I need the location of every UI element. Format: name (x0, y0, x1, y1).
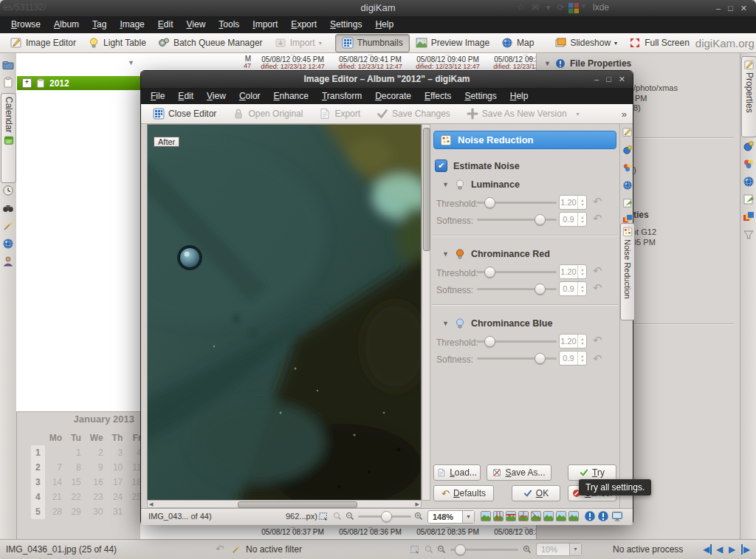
editor-zoom-in-icon[interactable] (414, 512, 423, 521)
reset-icon[interactable]: ↶ (593, 196, 602, 208)
editor-colors-tab-icon[interactable] (622, 162, 633, 173)
estimate-noise-row[interactable]: ✔ Estimate Noise (435, 160, 520, 172)
reset-filter-icon[interactable]: ↶ (216, 543, 224, 555)
menu-view[interactable]: View (180, 16, 213, 33)
expander-icon[interactable]: + (22, 78, 32, 88)
minimize-button[interactable]: – (716, 0, 721, 16)
editor-close-button[interactable]: ✕ (619, 71, 625, 88)
exposure-indicator-button[interactable] (543, 511, 554, 521)
ok-button[interactable]: OK (512, 485, 560, 501)
calendar-day[interactable]: 9 (86, 460, 108, 475)
preview-image-button[interactable]: Preview Image (410, 35, 495, 52)
editor-menu-view[interactable]: View (200, 88, 233, 104)
exposure-indicator-button[interactable] (493, 511, 504, 521)
load-button[interactable]: Load... (433, 464, 481, 481)
zoom-in-icon[interactable] (523, 545, 532, 554)
chrominance-blue-section-header[interactable]: ▼ Chrominance Blue (442, 318, 552, 329)
map-button[interactable]: Map (495, 35, 540, 52)
chrominance-red-softness-spinbox[interactable]: 0.9 ▴▾ (559, 281, 587, 296)
chrominance-blue-threshold-slider[interactable] (477, 335, 557, 347)
estimate-noise-checkbox[interactable]: ✔ (435, 160, 447, 172)
zoom-out-icon[interactable] (437, 545, 446, 554)
editor-restore-button[interactable]: □ (606, 71, 611, 88)
calendar-day[interactable]: 22 (66, 490, 86, 504)
exposure-indicator-button[interactable] (568, 511, 579, 521)
calendar-day[interactable]: 31 (108, 504, 128, 519)
zoom-fit-icon[interactable] (425, 545, 433, 554)
reset-icon[interactable]: ↶ (593, 282, 602, 294)
calendar-day[interactable]: 1 (66, 445, 86, 460)
luminance-softness-slider[interactable] (477, 213, 557, 225)
chrominance-blue-threshold-spinbox[interactable]: 1.20 ▴▾ (559, 334, 587, 349)
search-tab-icon[interactable] (2, 202, 14, 214)
editor-window-controls[interactable]: – □ ✕ (594, 71, 625, 88)
light-table-button[interactable]: Light Table (82, 35, 152, 52)
calendar-day[interactable]: 21 (45, 490, 66, 504)
luminance-threshold-slider[interactable] (477, 196, 557, 208)
versions-tab-icon[interactable] (743, 211, 755, 223)
image-editor-button[interactable]: Image Editor (4, 35, 82, 52)
window-controls[interactable]: – □ ✕ (716, 0, 747, 16)
canvas-horizontal-scrollbar[interactable]: ◀ ▶ (147, 500, 422, 508)
editor-metadata-tab-icon[interactable] (622, 145, 633, 155)
try-button[interactable]: Try (568, 464, 616, 481)
exposure-indicator-button[interactable] (506, 511, 516, 521)
underexposure-warning-icon[interactable] (584, 510, 596, 522)
thumbnail-caption[interactable]: ... 05/08/12 08:33 PM (487, 524, 536, 536)
reset-icon[interactable]: ↶ (593, 335, 602, 346)
nav-first-icon[interactable]: ◀ (703, 544, 712, 555)
digikam-org-link[interactable]: digiKam.org (695, 37, 755, 49)
thumbnail-caption[interactable]: ... 05/08/12 08:35 PM (410, 524, 486, 536)
editor-geolocation-tab-icon[interactable] (622, 180, 633, 191)
scroll-up-icon[interactable]: ▲ (527, 55, 533, 61)
people-tab-icon[interactable] (2, 256, 14, 267)
filters-tab-icon[interactable] (743, 229, 755, 241)
thumbnail-caption-partial[interactable]: M 47 (214, 55, 251, 69)
editor-properties-tab-icon[interactable] (622, 127, 633, 137)
menu-tag[interactable]: Tag (86, 16, 113, 33)
calendar-day[interactable]: 2 (86, 445, 108, 460)
luminance-softness-spinbox[interactable]: 0.9 ▴▾ (559, 212, 587, 227)
editor-menu-effects[interactable]: Effects (418, 88, 458, 104)
editor-menu-decorate[interactable]: Decorate (368, 88, 418, 104)
editor-menu-color[interactable]: Color (233, 88, 267, 104)
calendar-day[interactable]: 15 (66, 475, 86, 490)
editor-menu-transform[interactable]: Transform (315, 88, 368, 104)
editor-canvas[interactable]: After (147, 124, 422, 501)
menu-settings[interactable]: Settings (323, 16, 368, 33)
scroll-right-icon[interactable]: ▶ (416, 501, 419, 507)
filter-wrench-icon[interactable] (231, 544, 241, 555)
reset-icon[interactable]: ↶ (593, 353, 602, 365)
save-as-button[interactable]: Save As... (487, 464, 551, 481)
albums-tab-icon[interactable] (2, 59, 14, 71)
editor-menu-settings[interactable]: Settings (458, 88, 503, 104)
collapse-triangle-icon[interactable]: ▼ (442, 250, 449, 258)
editor-zoom-out-icon[interactable] (346, 512, 354, 521)
tags-tab-icon[interactable] (2, 77, 14, 89)
calendar-day[interactable]: 10 (108, 460, 128, 475)
colors-tab-icon[interactable] (743, 158, 755, 170)
calendar-day[interactable]: 29 (66, 504, 86, 519)
album-row-2012[interactable]: + 2012 (17, 76, 140, 90)
overexposure-warning-icon[interactable] (597, 510, 609, 522)
menu-album[interactable]: Album (47, 16, 86, 33)
nav-previous-icon[interactable]: ◀ (716, 544, 723, 555)
batch-queue-manager-button[interactable]: Batch Queue Manager (152, 35, 269, 52)
combo-dropdown-icon[interactable]: ▼ (462, 511, 474, 523)
editor-zoom-slider-knob[interactable] (381, 511, 392, 522)
editor-zoom-fit-icon[interactable] (333, 512, 342, 521)
chrominance-red-threshold-spinbox[interactable]: 1.20 ▴▾ (559, 264, 587, 279)
thumbnail-caption[interactable]: ... 05/08/12 09:40 PM dified: 12/23/12 1… (410, 53, 486, 70)
defaults-button[interactable]: ↶ Defaults (433, 485, 494, 501)
editor-menu-enhance[interactable]: Enhance (267, 88, 315, 104)
combo-dropdown-icon[interactable]: ▼ (569, 543, 581, 555)
chrominance-blue-softness-spinbox[interactable]: 0.9 ▴▾ (559, 351, 587, 366)
menu-import[interactable]: Import (246, 16, 284, 33)
horizontal-scrollbar-thumb[interactable] (238, 501, 357, 508)
color-managed-view-icon[interactable] (611, 510, 623, 522)
restore-button[interactable]: □ (728, 0, 733, 16)
chrominance-red-threshold-slider[interactable] (477, 266, 557, 278)
editor-menu-help[interactable]: Help (504, 88, 535, 104)
fuzzy-search-tab-icon[interactable] (2, 220, 14, 232)
calendar-day[interactable]: 16 (86, 475, 108, 490)
